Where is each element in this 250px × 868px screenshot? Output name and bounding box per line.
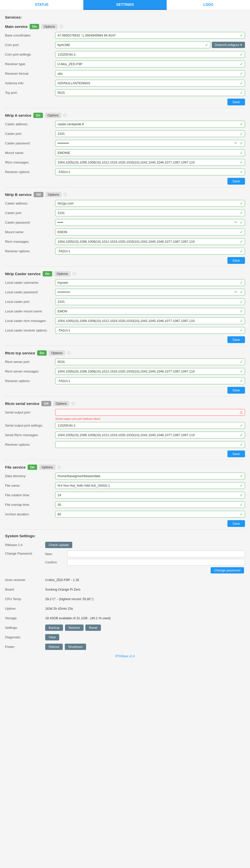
tcp-port-input[interactable] [55,89,245,96]
local-caster-port-input[interactable] [55,298,245,305]
main-service-options[interactable]: Options [41,24,58,29]
rtcm-tcp-toggle[interactable]: On [37,350,47,355]
ntrip-b-caster-password-eye-icon[interactable]: 👁 [234,220,238,224]
base-coordinates-input[interactable] [55,32,245,39]
rtcm-server-messages-input[interactable] [55,368,245,375]
confirm-password-input[interactable] [67,559,245,566]
data-directory-row: Data directory: ✓ [5,472,245,480]
detect-configure-button[interactable]: Detect/Configure ▾ [212,42,245,48]
ntrip-b-caster-address-input[interactable] [55,200,245,207]
ntrip-a-toggle[interactable]: On [33,113,43,118]
file-service-toggle[interactable]: On [28,465,37,470]
ntrip-b-mount-name-input[interactable] [55,229,245,236]
file-name-input[interactable] [55,482,245,489]
serial-output-port-settings-input[interactable] [55,422,245,429]
cpu-temp-row: CPU Temp: 29.2 C° - (highest record: 55,… [5,595,245,602]
ntrip-a-options[interactable]: Options [45,113,61,118]
com-port-settings-row: Com port settings: ✓ [5,50,245,58]
ntrip-a-caster-password-input[interactable] [55,140,245,147]
antenna-info-label: Antenna info: [5,81,55,85]
change-password-button[interactable]: Change password [211,567,244,574]
rtcm-serial-save-button[interactable]: Save [227,451,245,457]
main-service-toggle[interactable]: On [30,24,39,29]
local-caster-mount-name-input[interactable] [55,308,245,315]
tab-status[interactable]: STATUS [0,0,83,10]
local-caster-password-label: Local caster password: [5,290,55,294]
main-service-save-button[interactable]: Save [227,99,245,105]
ntrip-caster-save-button[interactable]: Save [227,336,245,343]
ntrip-b-rtcm-messages-label: Rtcm messages: [5,240,55,244]
check-update-button[interactable]: Check update [45,542,72,548]
ntrip-a-rtcm-messages-check-icon: ✓ [240,160,243,165]
ntrip-a-receiver-options-input[interactable] [55,168,245,175]
shutdown-button[interactable]: Shutdown [65,644,86,650]
restore-button[interactable]: Restore [65,624,83,631]
ntrip-a-save-button[interactable]: Save [227,178,245,185]
rtcm-tcp-save-button[interactable]: Save [227,387,245,394]
ntrip-b-caster-port-check-icon: ✓ [240,211,243,215]
local-caster-receiver-options-row: Local caster receiver options: ✓ [5,326,245,334]
receiver-format-input[interactable] [55,70,245,77]
ntrip-b-mount-name-row: Mount name: ✓ [5,228,245,236]
serial-receiver-options-wrap: ✓ [55,441,245,448]
file-service-options[interactable]: Options [39,465,56,470]
board-value: Xunlong Orange Pi Zero [45,588,80,591]
rtcm-server-messages-row: Rtcm server messages: ✓ [5,367,245,375]
tab-settings[interactable]: SETTINGS [83,0,167,10]
ntrip-caster-options[interactable]: Options [54,271,71,276]
view-button[interactable]: View [45,634,59,640]
local-caster-receiver-options-input[interactable] [55,327,245,334]
serial-rtcm-messages-row: Serial Rtcm messages: ✓ [5,431,245,439]
serial-receiver-options-input[interactable] [55,441,245,448]
ntrip-b-save-button[interactable]: Save [227,257,245,264]
ntrip-b-caster-port-input[interactable] [55,210,245,216]
ntrip-b-toggle[interactable]: Off [34,192,43,197]
ntrip-caster-toggle[interactable]: On [43,271,52,276]
local-caster-rtcm-messages-input[interactable] [55,317,245,324]
serial-rtcm-messages-input[interactable] [55,432,245,438]
backup-button[interactable]: Backup [45,624,63,631]
ntrip-b-caster-password-input[interactable] [55,219,245,226]
ntrip-a-caster-port-input[interactable] [55,130,245,137]
reboot-button[interactable]: Reboot [45,644,63,650]
ntrip-a-caster-password-eye-icon[interactable]: 👁 [234,141,238,145]
local-caster-port-label: Local caster port: [5,300,55,304]
file-overlap-time-input[interactable] [55,501,245,508]
rtcm-server-port-wrap: ✓ [55,359,245,365]
data-directory-input[interactable] [55,473,245,479]
ntrip-b-caster-address-label: Caster address: [5,202,55,205]
rtcm-tcp-options[interactable]: Options [49,350,65,355]
ntrip-a-caster-address-input[interactable] [55,121,245,127]
com-port-input[interactable] [55,41,210,48]
local-caster-password-eye-icon[interactable]: 👁 [234,290,238,294]
rtcm-serial-toggle[interactable]: Off [41,401,51,406]
base-coordinates-wrap: ✓ [55,32,245,39]
receiver-type-input[interactable] [55,61,245,67]
rtcm-server-port-input[interactable] [55,359,245,365]
tab-logs[interactable]: LOGS [167,0,250,10]
serial-output-port-input[interactable] [55,409,245,416]
archive-duration-input[interactable] [55,511,245,518]
reset-button[interactable]: Reset [85,624,101,631]
rtcm-tcp-title: Rtcm tcp service [5,351,35,355]
file-name-row: File name: ✓ [5,482,245,490]
local-caster-username-input[interactable] [55,279,245,286]
com-port-label: Com port: [5,43,55,47]
local-caster-password-input[interactable] [55,289,245,296]
com-port-settings-input[interactable] [55,51,245,58]
file-name-label: File name: [5,484,55,488]
file-rotation-time-input[interactable] [55,492,245,498]
ntrip-b-options[interactable]: Options [45,192,62,197]
ntrip-a-mount-name-input[interactable] [55,149,245,156]
rtcm-serial-options[interactable]: Options [53,401,70,406]
file-service-save-button[interactable]: Save [227,520,245,527]
ntrip-b-rtcm-messages-input[interactable] [55,238,245,245]
ntrip-a-caster-port-row: Caster port: ✓ [5,129,245,137]
new-password-input[interactable] [67,551,245,557]
local-caster-rtcm-messages-label: Local caster rtcm messages: [5,319,55,323]
ntrip-b-receiver-options-input[interactable] [55,248,245,254]
antenna-info-input[interactable] [55,80,245,87]
ntrip-a-rtcm-messages-input[interactable] [55,159,245,166]
file-overlap-time-check-icon: ✓ [240,502,243,507]
rtcm-tcp-receiver-options-input[interactable] [55,377,245,384]
